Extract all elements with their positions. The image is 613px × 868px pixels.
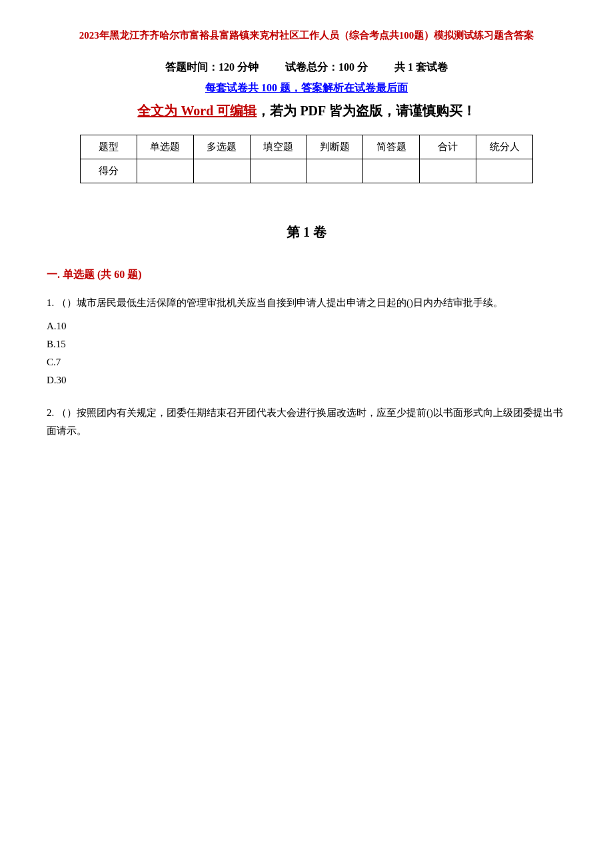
- word-edit-line: 全文为 Word 可编辑，若为 PDF 皆为盗版，请谨慎购买！: [47, 102, 566, 120]
- score-value-cell: [137, 159, 193, 183]
- word-edit-red: 全文为 Word 可编辑: [137, 103, 257, 118]
- score-value-cell: [250, 159, 306, 183]
- score-table: 题型单选题多选题填空题判断题简答题合计统分人 得分: [80, 135, 533, 183]
- score-value-cell: [363, 159, 420, 183]
- table-header-cell: 合计: [420, 135, 476, 159]
- table-header-cell: 题型: [81, 135, 137, 159]
- set-info: 共 1 套试卷: [394, 61, 448, 73]
- question-1-block: 1. （）城市居民最低生活保障的管理审批机关应当自接到申请人提出申请之日起的()…: [47, 294, 566, 389]
- score-value-cell: [476, 159, 533, 183]
- section-title: 第 1 卷: [47, 223, 566, 241]
- question-2-block: 2. （）按照团内有关规定，团委任期结束召开团代表大会进行换届改选时，应至少提前…: [47, 404, 566, 440]
- score-label-cell: 得分: [81, 159, 137, 183]
- question-2-body: （）按照团内有关规定，团委任期结束召开团代表大会进行换届改选时，应至少提前()以…: [47, 407, 563, 436]
- score-value-cell: [193, 159, 250, 183]
- question-1-option-a: A.10: [47, 317, 566, 335]
- info-line: 答题时间：120 分钟 试卷总分：100 分 共 1 套试卷: [47, 61, 566, 75]
- highlight-line: 每套试卷共 100 题，答案解析在试卷最后面: [47, 81, 566, 95]
- table-header-cell: 统分人: [476, 135, 533, 159]
- page-title: 2023年黑龙江齐齐哈尔市富裕县富路镇来克村社区工作人员（综合考点共100题）模…: [47, 27, 566, 45]
- question-1-number: 1.: [47, 297, 54, 308]
- header-section: 2023年黑龙江齐齐哈尔市富裕县富路镇来克村社区工作人员（综合考点共100题）模…: [47, 27, 566, 45]
- word-edit-rest: ，若为 PDF 皆为盗版，请谨慎购买！: [257, 103, 475, 118]
- time-info: 答题时间：120 分钟: [165, 61, 259, 73]
- question-1-option-c: C.7: [47, 353, 566, 371]
- question-2-text: 2. （）按照团内有关规定，团委任期结束召开团代表大会进行换届改选时，应至少提前…: [47, 404, 566, 440]
- table-header-cell: 单选题: [137, 135, 193, 159]
- score-value-cell: [306, 159, 363, 183]
- question-type-header: 一. 单选题 (共 60 题): [47, 268, 566, 282]
- table-header-row: 题型单选题多选题填空题判断题简答题合计统分人: [81, 135, 533, 159]
- question-2-number: 2.: [47, 407, 54, 418]
- score-value-cell: [420, 159, 476, 183]
- question-1-text: 1. （）城市居民最低生活保障的管理审批机关应当自接到申请人提出申请之日起的()…: [47, 294, 566, 312]
- question-1-body: （）城市居民最低生活保障的管理审批机关应当自接到申请人提出申请之日起的()日内办…: [57, 297, 503, 308]
- question-1-option-b: B.15: [47, 335, 566, 353]
- question-1-option-d: D.30: [47, 371, 566, 389]
- table-header-cell: 简答题: [363, 135, 420, 159]
- table-data-row: 得分: [81, 159, 533, 183]
- score-info: 试卷总分：100 分: [285, 61, 368, 73]
- table-header-cell: 多选题: [193, 135, 250, 159]
- table-header-cell: 填空题: [250, 135, 306, 159]
- table-header-cell: 判断题: [306, 135, 363, 159]
